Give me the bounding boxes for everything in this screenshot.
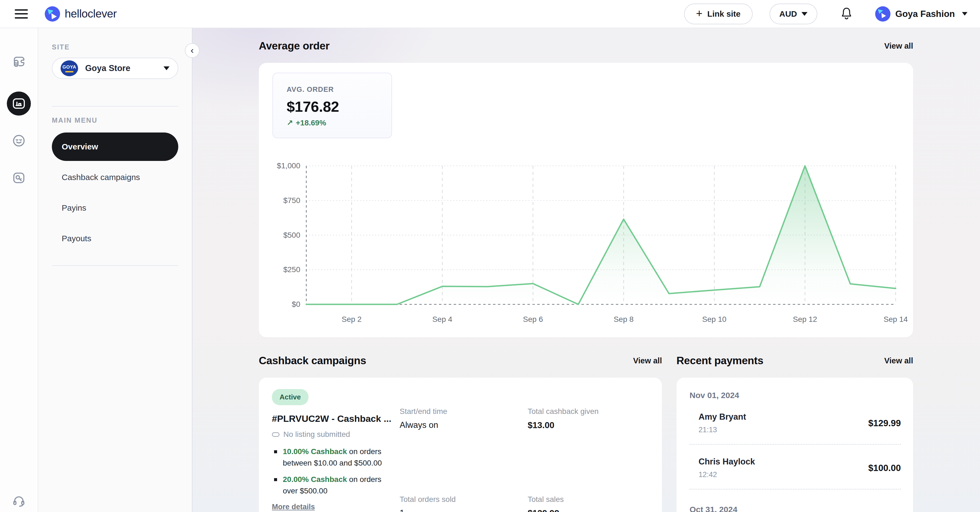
sidebar-item-cashback-campaigns[interactable]: Cashback campaigns xyxy=(52,163,178,191)
payment-amount: $100.00 xyxy=(869,463,901,473)
listing-note: No listing submitted xyxy=(272,430,649,439)
main-menu-label: MAIN MENU xyxy=(52,116,178,124)
status-badge: Active xyxy=(272,389,309,405)
payments-card: Nov 01, 2024 Amy Bryant 21:13 $129.99 Ch… xyxy=(676,378,913,512)
site-selector[interactable]: GOYA Goya Store xyxy=(52,57,178,79)
payment-row[interactable]: Amy Bryant 21:13 $129.99 xyxy=(690,400,901,445)
field-total-cashback-given: Total cashback given $13.00 xyxy=(528,407,599,430)
link-site-button[interactable]: + Link site xyxy=(684,3,752,24)
campaign-rules: 10.00% Cashback on orders between $10.00… xyxy=(272,446,396,497)
svg-text:$500: $500 xyxy=(283,231,300,239)
svg-text:Sep 10: Sep 10 xyxy=(702,315,726,324)
brand-name: helloclever xyxy=(65,7,117,20)
wallet-payins-icon[interactable] xyxy=(7,54,31,70)
sidebar-divider xyxy=(52,106,178,107)
svg-text:Sep 4: Sep 4 xyxy=(433,315,452,324)
main-content: Average order View all AVG. ORDER $176.8… xyxy=(192,28,980,512)
dashboard-screen: helloclever + Link site AUD Goya Fashion xyxy=(0,0,980,512)
campaign-rule: 10.00% Cashback on orders between $10.00… xyxy=(272,446,396,469)
avg-order-stat-card: AVG. ORDER $176.82 ↗ +18.69% xyxy=(272,73,392,138)
svg-text:Sep 2: Sep 2 xyxy=(342,315,361,324)
payments-title: Recent payments xyxy=(676,355,763,367)
sidebar-item-overview[interactable]: Overview xyxy=(52,132,178,161)
payments-date-group: Oct 31, 2024 xyxy=(690,505,901,512)
analytics-overview-icon[interactable] xyxy=(7,91,31,116)
payments-section-header: Recent payments View all xyxy=(676,354,913,367)
icon-rail xyxy=(0,28,38,512)
plus-icon: + xyxy=(696,8,702,19)
average-order-chart: $0$250$500$750$1,000Sep 2Sep 4Sep 6Sep 8… xyxy=(259,153,913,329)
listing-status-icon xyxy=(272,432,280,437)
payer-name: Amy Bryant xyxy=(698,412,746,422)
payments-view-all-link[interactable]: View all xyxy=(884,356,913,365)
average-order-view-all-link[interactable]: View all xyxy=(884,41,913,51)
sidebar-item-payins[interactable]: Payins xyxy=(52,194,178,222)
campaigns-title: Cashback campaigns xyxy=(259,355,366,367)
brand-logo: helloclever xyxy=(45,6,117,22)
api-key-icon[interactable] xyxy=(7,170,31,185)
support-headset-icon[interactable] xyxy=(7,493,31,509)
campaign-rule: 20.00% Cashback on orders over $500.00 xyxy=(272,474,396,497)
payments-date-group: Nov 01, 2024 xyxy=(690,391,901,400)
svg-text:Sep 8: Sep 8 xyxy=(614,315,633,324)
stat-value: $176.82 xyxy=(286,98,391,115)
topbar-actions: + Link site AUD Goya Fashion xyxy=(684,3,967,24)
campaign-card: Active #PLRVUC2W - Cashback ... No listi… xyxy=(259,378,662,512)
sidebar: ‹ SITE GOYA Goya Store MAIN MENU Overvie… xyxy=(38,28,192,512)
payment-info: Chris Haylock 12:42 xyxy=(698,457,755,479)
field-total-orders-sold: Total orders sold 1 xyxy=(399,495,456,512)
account-chevron-down-icon[interactable] xyxy=(962,12,967,16)
stat-label: AVG. ORDER xyxy=(286,85,391,94)
svg-text:$1,000: $1,000 xyxy=(277,161,300,170)
more-details-link[interactable]: More details xyxy=(272,503,315,511)
svg-text:Sep 12: Sep 12 xyxy=(793,315,817,324)
stat-change: ↗ +18.69% xyxy=(286,118,391,127)
average-order-card: AVG. ORDER $176.82 ↗ +18.69% $0$250$500$… xyxy=(259,63,913,337)
payment-row[interactable]: Chris Haylock 12:42 $100.00 xyxy=(690,445,901,490)
notifications-bell-icon[interactable] xyxy=(840,7,853,21)
campaigns-view-all-link[interactable]: View all xyxy=(633,356,662,365)
payment-amount: $129.99 xyxy=(869,418,901,428)
sidebar-divider xyxy=(52,265,178,266)
svg-text:Sep 6: Sep 6 xyxy=(523,315,543,324)
campaign-name: #PLRVUC2W - Cashback ... xyxy=(272,413,400,424)
site-selector-value: Goya Store xyxy=(85,64,130,73)
field-total-sales: Total sales $129.99 xyxy=(528,495,564,512)
campaigns-section-header: Cashback campaigns View all xyxy=(259,354,662,367)
field-start-end-time: Start/end time Always on xyxy=(399,407,447,430)
svg-text:$0: $0 xyxy=(292,300,300,308)
payer-name: Chris Haylock xyxy=(698,457,755,467)
arrow-up-right-icon: ↗ xyxy=(286,118,293,127)
average-order-section-header: Average order View all xyxy=(259,39,913,53)
payment-time: 12:42 xyxy=(698,471,755,479)
site-chevron-down-icon xyxy=(164,66,170,70)
smiley-icon[interactable] xyxy=(7,133,31,148)
sidebar-item-payouts[interactable]: Payouts xyxy=(52,224,178,253)
account-name[interactable]: Goya Fashion xyxy=(896,9,955,19)
hamburger-menu-icon[interactable] xyxy=(15,9,28,19)
chevron-down-icon xyxy=(802,12,808,16)
svg-text:$750: $750 xyxy=(283,196,300,205)
top-bar: helloclever + Link site AUD Goya Fashion xyxy=(0,0,980,28)
site-section-label: SITE xyxy=(52,43,178,51)
payment-info: Amy Bryant 21:13 xyxy=(698,412,746,434)
cashback-campaigns-section: Cashback campaigns View all Active #PLRV… xyxy=(259,354,662,512)
main-menu: Overview Cashback campaigns Payins Payou… xyxy=(52,132,178,253)
payment-time: 21:13 xyxy=(698,426,746,434)
svg-text:$250: $250 xyxy=(283,265,300,274)
currency-dropdown[interactable]: AUD xyxy=(770,3,817,24)
svg-text:Sep 14: Sep 14 xyxy=(884,315,908,324)
sidebar-collapse-button[interactable]: ‹ xyxy=(185,43,200,58)
average-order-title: Average order xyxy=(259,40,329,52)
account-avatar[interactable] xyxy=(875,6,891,22)
recent-payments-section: Recent payments View all Nov 01, 2024 Am… xyxy=(676,354,913,512)
goya-store-logo: GOYA xyxy=(60,61,78,76)
helloclever-logo-icon xyxy=(45,6,60,22)
